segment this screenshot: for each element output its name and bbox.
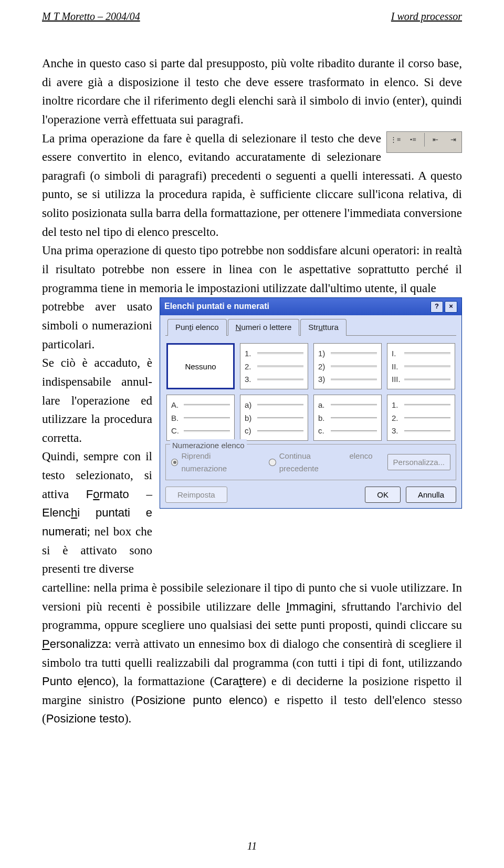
radio-riprendi[interactable]: Riprendi numerazione [171,450,254,474]
term-immagini: Immagini [286,600,333,613]
dialog-tabs: Punti elenco Numeri o lettere Struttura [165,318,456,336]
option-roman[interactable]: I. II. III. [387,343,455,389]
option-none[interactable]: Nessuno [166,343,235,389]
radio-continua[interactable]: Continua elenco precedente [269,450,372,474]
term-punto-elenco: Punto elenco [42,675,112,688]
bulleted-list-icon: •≡ [406,133,421,147]
paragraph-3: Una prima operazione di questo tipo potr… [42,241,462,297]
dialog-titlebar: Elenchi puntati e numerati ? × [160,298,461,315]
personalizza-button[interactable]: Personalizza... [387,454,450,470]
fieldset-legend: Numerazione elenco [170,439,247,451]
dialog-elenchi: Elenchi puntati e numerati ? × Punti ele… [160,297,462,509]
dialog-title: Elenchi puntati e numerati [164,300,269,313]
help-button[interactable]: ? [430,301,443,313]
ok-button[interactable]: OK [365,487,401,503]
option-abc-paren[interactable]: a) b) c) [240,395,308,441]
option-abc-upper[interactable]: A. B. C. [166,395,235,441]
numerazione-fieldset: Numerazione elenco Riprendi numerazione … [165,444,456,480]
decrease-indent-icon: ⇤ [428,133,443,147]
reimposta-button[interactable]: Reimposta [165,487,227,503]
menu-formato: Formato [86,488,129,501]
number-style-grid: Nessuno 1. 2. 3. 1) 2) 3) [166,343,455,441]
body-text: Anche in questo caso si parte dal presup… [42,54,462,728]
toolbar-separator [424,133,425,147]
wrapped-text-left: potrebbe aver usato simboli o numerazion… [42,297,152,578]
term-posizione-punto: Posizione punto elenco [135,694,263,707]
tab-punti-elenco[interactable]: Punti elenco [167,319,227,336]
term-posizione-testo: Posizione testo [46,712,124,725]
option-123-paren[interactable]: 1) 2) 3) [313,343,382,389]
option-abc-dot[interactable]: a. b. c. [313,395,382,441]
term-carattere: Carattere [214,675,262,688]
increase-indent-icon: ⇥ [446,133,460,147]
paragraph-1: Anche in questo caso si parte dal presup… [42,54,462,129]
term-personalizza: Personalizza [42,637,108,650]
close-button[interactable]: × [445,301,457,313]
list-toolbar-image: ⋮≡ •≡ ⇤ ⇥ [386,131,462,153]
tab-numeri-lettere[interactable]: Numeri o lettere [228,319,300,336]
header-right: I word processor [391,11,462,23]
option-123-alt[interactable]: 1. 2. 3. [387,395,455,441]
header-left: M T Moretto – 2004/04 [42,11,140,23]
option-123-dot[interactable]: 1. 2. 3. [240,343,308,389]
paragraph-4: cartelline: nella prima è possibile sele… [42,578,462,728]
numbered-list-icon: ⋮≡ [388,133,403,147]
annulla-button[interactable]: Annulla [406,487,456,503]
page-number: 11 [0,840,504,852]
tab-struttura[interactable]: Struttura [300,319,346,336]
